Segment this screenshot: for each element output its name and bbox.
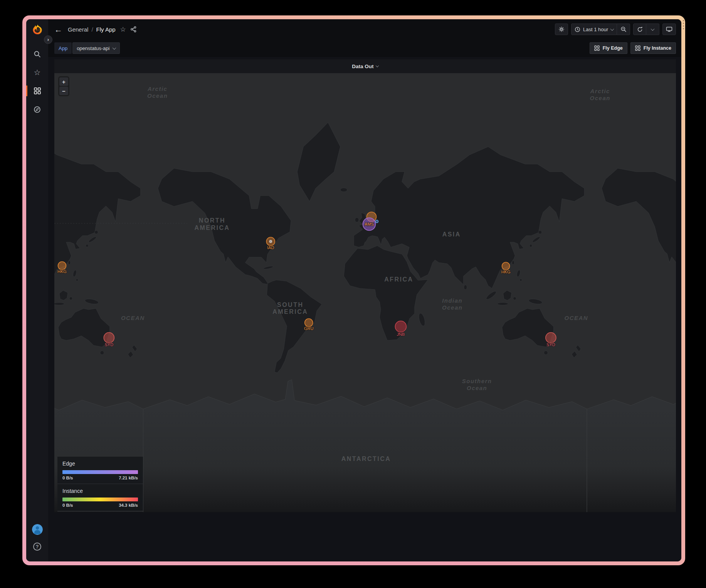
main-area: ← General / Fly App ☆ [48, 19, 681, 561]
breadcrumb-separator: / [91, 26, 93, 33]
favorite-star-icon[interactable]: ☆ [120, 26, 126, 33]
map-marker-label: IAD [267, 245, 274, 250]
frame-grip-dots [683, 20, 684, 29]
geomap-panel: Data Out [54, 59, 676, 512]
dashboard-settings-button[interactable] [555, 23, 568, 35]
legend-edge-gradient-bar [62, 470, 138, 474]
sidebar-nav: ☆ [26, 45, 48, 119]
map-marker-syd[interactable] [104, 333, 114, 343]
legend-instance-gradient-bar [62, 498, 138, 501]
map-geo-label: AMERICA [194, 224, 230, 231]
help-icon[interactable]: ? [33, 543, 41, 551]
legend-instance-title: Instance [62, 488, 138, 494]
variable-app-label: App [54, 42, 72, 54]
map-geo-label: Ocean [467, 385, 487, 391]
map-geo-label: Ocean [147, 92, 168, 99]
map-zoom-out-button[interactable]: − [59, 87, 68, 95]
map-marker-label: SYD [105, 342, 114, 347]
map-geo-label: OCEAN [565, 315, 588, 321]
sidebar: ☆ [26, 19, 48, 561]
chevron-down-icon [113, 46, 116, 50]
map-marker-label: SYD [546, 342, 555, 347]
chevron-right-icon: › [47, 37, 49, 42]
dashboard-links: Fly Edge Fly Instance [590, 42, 676, 54]
chevron-down-icon [610, 27, 614, 31]
map-geo-label: Ocean [442, 304, 462, 311]
app-window: ☆ [26, 19, 681, 561]
map-marker-label: AMS [365, 222, 374, 226]
map-geo-label: Arctic [590, 88, 610, 94]
map-geo-label: AFRICA [384, 276, 413, 283]
map-marker-label: GRU [304, 326, 313, 331]
map-marker-hkg[interactable] [58, 262, 66, 270]
variable-app-value-dropdown[interactable]: openstatus-api [72, 42, 120, 54]
link-fly-edge-label: Fly Edge [603, 45, 623, 51]
help-glyph: ? [36, 544, 39, 549]
map-marker-gru[interactable] [305, 319, 313, 327]
refresh-interval-dropdown[interactable] [646, 23, 659, 35]
grafana-logo-icon[interactable] [32, 24, 43, 35]
back-arrow-button[interactable]: ← [54, 25, 62, 34]
link-fly-edge[interactable]: Fly Edge [590, 42, 627, 54]
legend-instance-max: 34.3 kB/s [119, 503, 138, 508]
gear-icon [558, 26, 565, 32]
sidebar-item-explore[interactable] [26, 100, 48, 119]
link-fly-instance-label: Fly Instance [644, 45, 671, 51]
link-fly-instance[interactable]: Fly Instance [630, 42, 676, 54]
panel-title: Data Out [352, 64, 373, 69]
chevron-down-icon [651, 27, 655, 31]
sidebar-item-search[interactable] [26, 45, 48, 63]
sidebar-item-starred[interactable]: ☆ [26, 63, 48, 82]
time-range-label: Last 1 hour [583, 27, 608, 32]
map-geo-label: Southern [462, 378, 492, 384]
map-geo-label: NORTH [199, 217, 225, 224]
map-zoom-controls: + − [58, 76, 69, 96]
nav-actions: Last 1 hour [555, 23, 676, 35]
legend-section-edge: Edge 0 B/s 7.21 kB/s [57, 457, 143, 484]
time-picker-group: Last 1 hour [571, 23, 630, 35]
apps-grid-icon [594, 45, 600, 51]
refresh-group [633, 23, 659, 35]
sidebar-item-dashboards[interactable] [26, 82, 48, 100]
dashboard-canvas: Data Out [48, 57, 681, 561]
sidebar-expand-button[interactable]: › [44, 35, 52, 44]
refresh-icon [637, 27, 643, 32]
variable-app-value: openstatus-api [77, 45, 109, 51]
search-icon [34, 50, 41, 58]
map-marker-label: HKG [57, 269, 67, 274]
map-marker-label: HKG [501, 270, 511, 274]
user-avatar[interactable] [32, 524, 43, 535]
map-geo-label: Arctic [147, 85, 167, 92]
refresh-button[interactable] [633, 23, 646, 35]
dashboards-grid-icon [34, 87, 41, 94]
tv-mode-button[interactable] [662, 23, 676, 35]
zoom-out-time-button[interactable] [617, 23, 630, 35]
legend-section-instance: Instance 0 B/s 34.3 kB/s [57, 484, 143, 511]
map-marker-syd[interactable] [546, 333, 556, 343]
star-icon: ☆ [34, 69, 41, 76]
share-icon[interactable] [131, 26, 136, 32]
geomap[interactable]: ArcticOceanArcticOceanNORTHAMERICAASIAAF… [54, 73, 676, 512]
time-range-picker[interactable]: Last 1 hour [571, 23, 617, 35]
sidebar-footer: ? [32, 524, 43, 561]
variable-app: App openstatus-api [54, 42, 120, 54]
world-map-svg: ArcticOceanArcticOceanNORTHAMERICAASIAAF… [54, 73, 676, 512]
dashboard-toolbar: App openstatus-api [48, 39, 681, 57]
breadcrumb-section[interactable]: General [68, 26, 88, 33]
map-marker-jnb[interactable] [395, 321, 406, 332]
map-geo-label: SOUTH [277, 302, 303, 308]
map-marker-hkg[interactable] [502, 262, 510, 270]
panel-header[interactable]: Data Out [54, 59, 676, 73]
monitor-icon [666, 26, 672, 32]
clock-icon [575, 27, 580, 32]
map-marker[interactable] [375, 220, 378, 223]
map-marker-label: JNB [397, 332, 405, 336]
legend-instance-min: 0 B/s [62, 503, 73, 508]
zoom-out-icon [620, 26, 627, 32]
compass-icon [34, 106, 41, 113]
map-zoom-in-button[interactable]: + [59, 77, 68, 86]
map-geo-label: OCEAN [121, 315, 145, 321]
breadcrumb-title: Fly App [96, 26, 116, 33]
legend-edge-title: Edge [62, 461, 138, 467]
map-marker[interactable] [269, 240, 272, 243]
